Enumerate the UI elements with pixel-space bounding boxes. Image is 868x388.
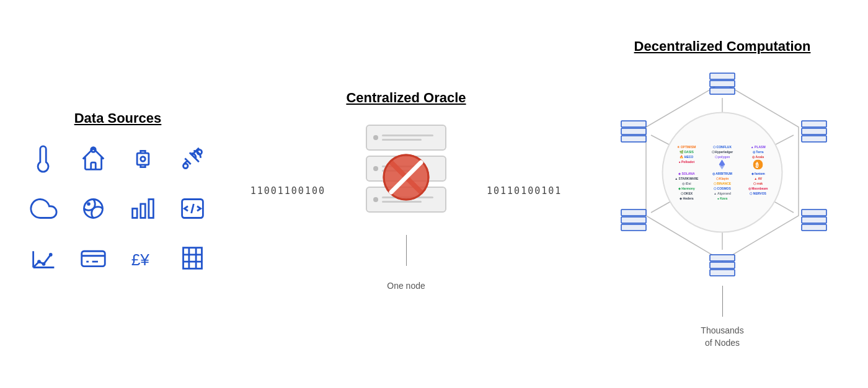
server-dot bbox=[373, 166, 378, 171]
svg-rect-42 bbox=[621, 121, 646, 127]
oracle-node-label: One node bbox=[387, 280, 425, 293]
trend-chart-icon bbox=[24, 238, 64, 278]
svg-rect-44 bbox=[621, 136, 646, 142]
logo-harmony: ◈ Harmony bbox=[670, 187, 704, 190]
decentralized-section: Decentralized Computation bbox=[608, 38, 837, 349]
thermometer-icon bbox=[24, 139, 64, 179]
server-line bbox=[382, 139, 422, 141]
server-dot bbox=[373, 197, 378, 202]
svg-rect-37 bbox=[710, 262, 735, 268]
network-diagram: ✳ OPTIMISM ⬡ CONFLUX ▲ PLASM 🌿 OASIS ⬡ H… bbox=[614, 64, 831, 281]
svg-point-4 bbox=[183, 164, 188, 169]
diagram-container: Data Sources bbox=[19, 14, 849, 374]
svg-rect-8 bbox=[140, 204, 145, 218]
logo-okex: ⬡ OKEX bbox=[670, 192, 704, 195]
svg-point-11 bbox=[37, 260, 41, 263]
svg-point-6 bbox=[87, 202, 91, 206]
logo-cosmos: ⬡ COSMOS bbox=[705, 187, 740, 190]
svg-rect-14 bbox=[81, 251, 105, 266]
logo-empty bbox=[741, 196, 776, 200]
logo-kava: ● Kava bbox=[705, 196, 740, 200]
centralized-oracle-section: Centralized Oracle bbox=[338, 90, 474, 293]
dec-vertical-line bbox=[722, 286, 723, 317]
logo-ethereum bbox=[705, 160, 740, 170]
svg-point-13 bbox=[48, 253, 52, 257]
sports-icon bbox=[73, 188, 113, 229]
logo-idai: ◎ iDai bbox=[670, 182, 704, 185]
logo-starkware: ▲ STARKWARE bbox=[670, 177, 704, 180]
blockchain-logos-circle: ✳ OPTIMISM ⬡ CONFLUX ▲ PLASM 🌿 OASIS ⬡ H… bbox=[662, 112, 783, 233]
logo-optimism: ✳ OPTIMISM bbox=[670, 145, 704, 149]
logo-heco: 🔥 HECO bbox=[670, 155, 704, 159]
smartwatch-icon bbox=[123, 139, 163, 179]
satellite-icon bbox=[172, 139, 213, 179]
server-dot bbox=[373, 135, 378, 140]
svg-rect-29 bbox=[710, 88, 735, 94]
svg-text:₿: ₿ bbox=[755, 162, 759, 169]
data-sources-title: Data Sources bbox=[74, 110, 162, 126]
logo-fantom: ◈ fantom bbox=[741, 172, 776, 175]
svg-rect-38 bbox=[710, 270, 735, 276]
svg-rect-27 bbox=[710, 73, 735, 79]
logo-algorand: ▲ Algorand bbox=[705, 192, 740, 195]
svg-rect-36 bbox=[710, 255, 735, 261]
logo-bitcoin: ₿ bbox=[741, 160, 776, 170]
server-line bbox=[382, 134, 433, 136]
logo-acala: ◎ Acala bbox=[741, 155, 776, 159]
logo-terra: ◎ Terra bbox=[741, 150, 776, 154]
cloud-icon bbox=[24, 188, 64, 229]
svg-rect-9 bbox=[148, 199, 153, 218]
logo-polygon: ⬡ polygon bbox=[705, 155, 740, 159]
payment-icon bbox=[73, 238, 113, 278]
binary-code-right: 10110100101 bbox=[487, 185, 562, 196]
logo-klaytn: ⬡ Klaytn bbox=[705, 177, 740, 180]
thousands-nodes-label: Thousands of Nodes bbox=[701, 325, 743, 349]
svg-rect-35 bbox=[802, 224, 826, 231]
svg-rect-43 bbox=[621, 128, 646, 134]
svg-rect-1 bbox=[137, 153, 149, 165]
logo-oasis: 🌿 OASIS bbox=[670, 150, 704, 154]
code-icon bbox=[172, 188, 213, 229]
logo-nervos: ⬡ NERVOS bbox=[741, 192, 776, 195]
centralized-oracle-title: Centralized Oracle bbox=[346, 90, 466, 106]
bar-chart-icon bbox=[123, 188, 163, 229]
server-unit-1 bbox=[366, 125, 446, 151]
icons-grid: £¥ bbox=[24, 139, 213, 278]
logo-moonbeam: ◎ Moonbeam bbox=[741, 187, 776, 190]
no-entry-sign bbox=[381, 152, 431, 202]
data-sources-section: Data Sources bbox=[31, 110, 205, 278]
logo-hyperledger: ⬡ Hyperledger bbox=[705, 150, 740, 154]
smart-home-icon bbox=[73, 139, 113, 179]
svg-rect-33 bbox=[802, 209, 826, 216]
logo-rrsk: ⬡ rrsk bbox=[741, 182, 776, 185]
svg-rect-16 bbox=[183, 247, 202, 268]
logo-av: ▲ AV bbox=[741, 177, 776, 180]
logo-hedera: ◈ Hedera bbox=[670, 196, 704, 200]
svg-point-12 bbox=[42, 262, 45, 266]
currency-icon: £¥ bbox=[123, 238, 163, 278]
logo-conflux: ⬡ CONFLUX bbox=[705, 145, 740, 149]
svg-rect-34 bbox=[802, 217, 826, 223]
svg-rect-40 bbox=[621, 217, 646, 223]
logo-polkadot: ● Polkadot bbox=[670, 160, 704, 170]
logo-binance: ⬡ BINANCE bbox=[705, 182, 740, 185]
svg-rect-31 bbox=[802, 128, 826, 134]
logo-arbitrum: ◎ ARBITRUM bbox=[705, 172, 740, 175]
middle-row: 11001100100 Centralized Oracle bbox=[250, 90, 562, 293]
decentralized-title: Decentralized Computation bbox=[634, 38, 811, 55]
logo-plasm: ▲ PLASM bbox=[741, 145, 776, 149]
server-lines bbox=[382, 134, 439, 141]
vertical-line bbox=[406, 235, 407, 266]
svg-rect-41 bbox=[621, 224, 646, 231]
binary-code-left: 11001100100 bbox=[250, 185, 326, 196]
svg-rect-32 bbox=[802, 136, 826, 142]
svg-rect-28 bbox=[710, 81, 735, 87]
center-section: 11001100100 Centralized Oracle bbox=[250, 90, 562, 299]
building-icon bbox=[172, 238, 213, 278]
logo-solana: ◈ SOLANA bbox=[670, 172, 704, 175]
svg-rect-39 bbox=[621, 209, 646, 216]
svg-text:£¥: £¥ bbox=[131, 250, 149, 268]
server-stack-container bbox=[366, 125, 446, 230]
svg-point-2 bbox=[140, 156, 145, 161]
svg-rect-7 bbox=[132, 208, 137, 218]
